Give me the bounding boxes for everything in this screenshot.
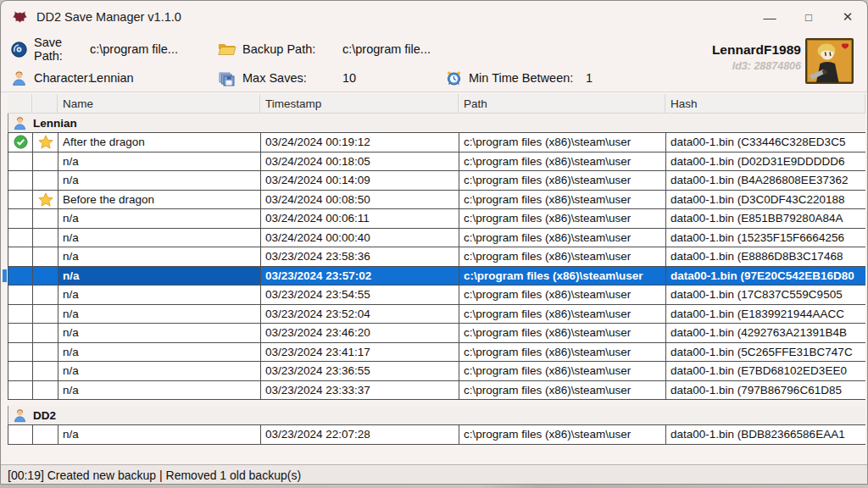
maximize-button[interactable]: □ xyxy=(789,1,828,33)
header-check-col[interactable] xyxy=(8,94,32,114)
floppy-stack-icon xyxy=(218,69,236,86)
cell-timestamp: 03/23/2024 23:41:17 xyxy=(261,343,459,362)
cell-path: c:\program files (x86)\steam\user xyxy=(459,191,666,209)
user-avatar[interactable] xyxy=(805,38,854,84)
character-label: Character: xyxy=(34,71,90,85)
title-bar[interactable]: DD2 Save Manager v1.1.0 — □ ✕ xyxy=(1,1,867,33)
cell-hash: data00-1.bin (E8886D8B3C17468 xyxy=(666,247,865,266)
cell-path: c:\program files (x86)\steam\user xyxy=(459,381,666,400)
table-row[interactable]: n/a03/23/2024 23:52:04c:\program files (… xyxy=(8,305,865,324)
backup-path-label: Backup Path: xyxy=(242,42,342,56)
max-saves-label: Max Saves: xyxy=(242,71,342,85)
table-row[interactable]: n/a03/24/2024 00:18:05c:\program files (… xyxy=(8,152,865,172)
cell-path: c:\program files (x86)\steam\user xyxy=(459,425,666,444)
group-gap xyxy=(8,400,865,406)
cell-name: n/a xyxy=(58,152,261,171)
max-saves-field[interactable]: Max Saves: 10 xyxy=(218,69,356,87)
cell-hash: data00-1.bin (4292763A21391B4B xyxy=(666,324,865,342)
cell-path: c:\program files (x86)\steam\user xyxy=(459,305,666,324)
cell-hash: data00-1.bin (BDB82366586EAA1 xyxy=(666,425,865,444)
cell-hash: data00-1.bin (C33446C328ED3C5 xyxy=(666,133,865,152)
cell-name: n/a xyxy=(58,343,261,362)
character-value[interactable]: Lennian xyxy=(90,71,134,85)
table-row[interactable]: n/a03/23/2024 23:41:17c:\program files (… xyxy=(8,343,865,363)
header-timestamp[interactable]: Timestamp xyxy=(260,94,459,114)
max-saves-value[interactable]: 10 xyxy=(342,71,356,85)
table-row[interactable]: n/a03/23/2024 23:54:55c:\program files (… xyxy=(8,286,865,305)
header-hash[interactable]: Hash xyxy=(665,94,865,114)
cell-name: n/a xyxy=(58,209,261,228)
cell-timestamp: 03/23/2024 23:33:37 xyxy=(261,381,459,400)
cell-path: c:\program files (x86)\steam\user xyxy=(459,133,666,152)
row-star-cell xyxy=(33,305,58,324)
table-row[interactable]: n/a03/24/2024 00:06:11c:\program files (… xyxy=(8,209,865,229)
cell-name: n/a xyxy=(58,362,261,380)
steam-user-info: LennardF1989 Id3: 28874806 xyxy=(712,42,801,72)
cell-path: c:\program files (x86)\steam\user xyxy=(459,247,666,266)
cell-name: n/a xyxy=(58,247,261,266)
user-name: LennardF1989 xyxy=(712,42,801,58)
table-row[interactable]: n/a03/23/2024 23:33:37c:\program files (… xyxy=(8,381,865,401)
group-header-dd2[interactable]: DD2 xyxy=(8,406,865,425)
cell-hash: data00-1.bin (15235F15F6664256 xyxy=(666,229,865,247)
row-check-cell xyxy=(8,171,33,190)
row-check-cell xyxy=(8,324,33,342)
close-button[interactable]: ✕ xyxy=(828,1,867,33)
table-row[interactable]: n/a03/23/2024 23:57:02c:\program files (… xyxy=(8,267,865,286)
row-check-cell xyxy=(8,305,33,324)
table-row[interactable]: Before the dragon03/24/2024 00:08:50c:\p… xyxy=(8,191,865,210)
table-row[interactable]: n/a03/24/2024 00:14:09c:\program files (… xyxy=(8,171,865,191)
cell-path: c:\program files (x86)\steam\user xyxy=(459,286,666,304)
cell-timestamp: 03/24/2024 00:18:05 xyxy=(261,152,459,171)
backup-path-field[interactable]: Backup Path: c:\program file... xyxy=(218,40,431,58)
cell-hash: data00-1.bin (E1839921944AACC xyxy=(666,305,865,324)
cell-hash: data00-1.bin (B4A286808EE37362 xyxy=(666,171,865,190)
user-group-icon xyxy=(13,116,27,130)
row-check-cell xyxy=(8,229,33,247)
cell-timestamp: 03/24/2024 00:00:40 xyxy=(261,229,459,247)
cell-path: c:\program files (x86)\steam\user xyxy=(459,362,666,380)
table-row[interactable]: n/a03/23/2024 23:58:36c:\program files (… xyxy=(8,247,865,267)
table-row[interactable]: n/a03/23/2024 23:36:55c:\program files (… xyxy=(8,362,865,381)
minimize-button[interactable]: — xyxy=(750,1,789,33)
cell-hash: data00-1.bin (D02D31E9DDDDD6 xyxy=(666,152,865,171)
row-star-cell xyxy=(33,209,58,228)
cell-hash: data00-1.bin (E851BB79280A84A xyxy=(666,209,865,228)
desktop-background-strip xyxy=(0,485,868,488)
cell-timestamp: 03/23/2024 23:57:02 xyxy=(261,267,459,286)
header-star-col[interactable] xyxy=(32,94,58,114)
save-path-field[interactable]: Save Path: c:\program file... xyxy=(9,40,178,58)
user-group-icon xyxy=(13,408,27,423)
row-check-cell xyxy=(8,133,33,152)
folder-icon xyxy=(218,41,236,58)
group-name: DD2 xyxy=(33,409,56,422)
cell-hash: data00-1.bin (97E20C542EB16D80 xyxy=(666,267,865,286)
save-path-value[interactable]: c:\program file... xyxy=(90,42,178,56)
cell-path: c:\program files (x86)\steam\user xyxy=(459,267,666,286)
header-name[interactable]: Name xyxy=(58,94,260,114)
cell-timestamp: 03/23/2024 23:36:55 xyxy=(261,362,459,380)
row-star-cell xyxy=(33,267,58,286)
character-field[interactable]: Character: Lennian xyxy=(9,69,134,87)
table-row[interactable]: n/a03/23/2024 22:07:28c:\program files (… xyxy=(8,425,865,445)
row-star-cell xyxy=(33,247,58,266)
cell-timestamp: 03/23/2024 23:46:20 xyxy=(261,324,459,342)
cell-timestamp: 03/23/2024 23:52:04 xyxy=(261,305,459,324)
cell-name: After the dragon xyxy=(58,133,261,152)
cell-timestamp: 03/24/2024 00:06:11 xyxy=(261,209,459,228)
backup-path-value[interactable]: c:\program file... xyxy=(342,42,431,56)
cell-name: n/a xyxy=(58,381,261,400)
header-path[interactable]: Path xyxy=(459,94,665,114)
table-row[interactable]: n/a03/23/2024 23:46:20c:\program files (… xyxy=(8,324,865,343)
min-time-field[interactable]: Min Time Between: 1 xyxy=(444,69,593,87)
row-check-cell xyxy=(8,267,33,286)
group-header-lennian[interactable]: Lennian xyxy=(8,114,865,133)
table-row[interactable]: n/a03/24/2024 00:00:40c:\program files (… xyxy=(8,229,865,248)
status-text: [00:19] Created new backup | Removed 1 o… xyxy=(8,469,301,482)
table-row[interactable]: After the dragon03/24/2024 00:19:12c:\pr… xyxy=(8,133,865,152)
cell-hash: data00-1.bin (797B86796C61D85 xyxy=(666,381,865,400)
min-time-label: Min Time Between: xyxy=(469,71,586,85)
cell-name: n/a xyxy=(58,229,261,247)
cell-path: c:\program files (x86)\steam\user xyxy=(459,171,666,190)
min-time-value[interactable]: 1 xyxy=(586,71,593,85)
